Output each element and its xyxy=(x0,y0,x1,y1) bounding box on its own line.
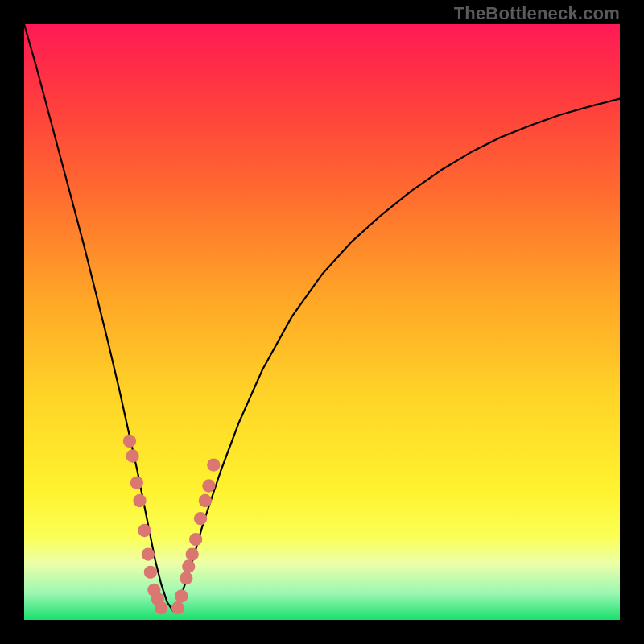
black-frame: TheBottleneck.com xyxy=(0,0,644,644)
curve-marker xyxy=(130,477,143,489)
curve-marker xyxy=(194,512,207,525)
curve-marker xyxy=(144,566,157,579)
watermark-text: TheBottleneck.com xyxy=(454,3,620,24)
curve-marker xyxy=(133,494,146,507)
curve-marker xyxy=(171,601,184,614)
plot-area xyxy=(24,24,620,620)
curve-marker xyxy=(186,547,199,560)
curve-marker xyxy=(202,479,215,492)
curve-marker xyxy=(180,572,192,584)
curve-marker xyxy=(138,524,151,537)
curve-marker xyxy=(126,449,139,462)
curve-marker xyxy=(123,435,136,448)
curve-marker xyxy=(175,589,188,602)
curve-marker xyxy=(207,458,220,471)
bottleneck-chart xyxy=(24,24,620,620)
curve-marker xyxy=(155,601,167,614)
gradient-background xyxy=(24,24,620,620)
curve-marker xyxy=(182,559,195,572)
curve-marker xyxy=(189,533,202,546)
curve-marker xyxy=(142,547,155,560)
curve-marker xyxy=(199,494,212,507)
